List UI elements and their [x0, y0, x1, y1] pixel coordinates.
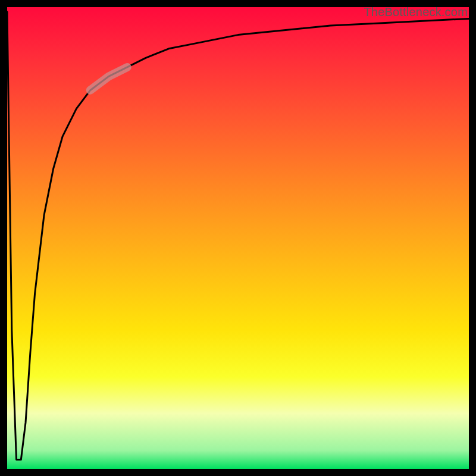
- attribution-label: TheBottleneck.com: [364, 5, 468, 18]
- curve-layer: [7, 7, 469, 469]
- chart-plot-area: TheBottleneck.com: [0, 0, 476, 476]
- highlighted-segment: [90, 67, 127, 90]
- bottleneck-curve: [7, 12, 469, 460]
